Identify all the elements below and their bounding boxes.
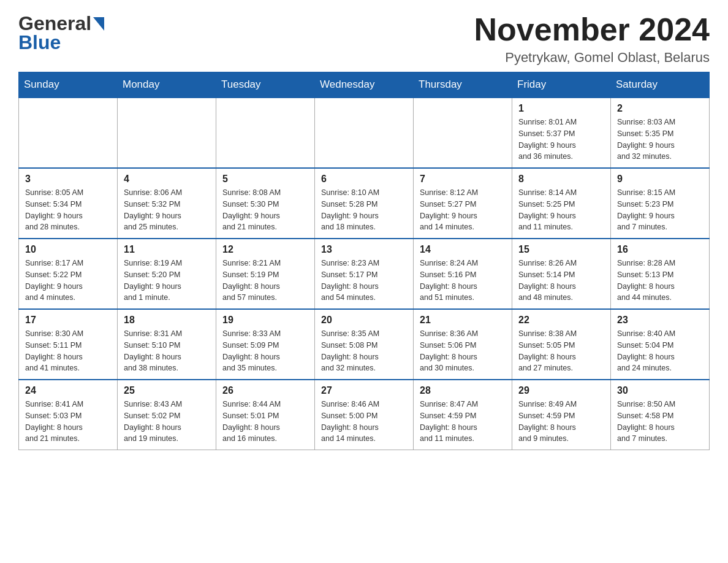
header: General Blue November 2024 Pyetrykaw, Go… bbox=[18, 12, 710, 66]
day-cell: 21Sunrise: 8:36 AMSunset: 5:06 PMDayligh… bbox=[414, 309, 512, 380]
day-number: 16 bbox=[617, 244, 703, 255]
day-cell: 9Sunrise: 8:15 AMSunset: 5:23 PMDaylight… bbox=[611, 168, 710, 239]
day-cell: 6Sunrise: 8:10 AMSunset: 5:28 PMDaylight… bbox=[315, 168, 414, 239]
logo-arrow-icon bbox=[93, 17, 104, 33]
day-info: Sunrise: 8:40 AMSunset: 5:04 PMDaylight:… bbox=[617, 328, 703, 374]
week-row-1: 1Sunrise: 8:01 AMSunset: 5:37 PMDaylight… bbox=[19, 98, 710, 168]
location-title: Pyetrykaw, Gomel Oblast, Belarus bbox=[474, 50, 710, 66]
day-cell: 18Sunrise: 8:31 AMSunset: 5:10 PMDayligh… bbox=[118, 309, 216, 380]
day-info: Sunrise: 8:26 AMSunset: 5:14 PMDaylight:… bbox=[518, 258, 604, 304]
day-info: Sunrise: 8:17 AMSunset: 5:22 PMDaylight:… bbox=[25, 258, 111, 304]
day-info: Sunrise: 8:47 AMSunset: 4:59 PMDaylight:… bbox=[420, 399, 506, 445]
day-number: 22 bbox=[518, 315, 604, 326]
week-row-4: 17Sunrise: 8:30 AMSunset: 5:11 PMDayligh… bbox=[19, 309, 710, 380]
day-number: 19 bbox=[222, 315, 308, 326]
day-number: 4 bbox=[124, 174, 210, 185]
day-number: 25 bbox=[124, 385, 210, 396]
day-info: Sunrise: 8:23 AMSunset: 5:17 PMDaylight:… bbox=[321, 258, 407, 304]
day-info: Sunrise: 8:15 AMSunset: 5:23 PMDaylight:… bbox=[617, 187, 703, 233]
day-info: Sunrise: 8:21 AMSunset: 5:19 PMDaylight:… bbox=[222, 258, 308, 304]
day-info: Sunrise: 8:24 AMSunset: 5:16 PMDaylight:… bbox=[420, 258, 506, 304]
day-cell bbox=[216, 98, 315, 168]
day-info: Sunrise: 8:06 AMSunset: 5:32 PMDaylight:… bbox=[124, 187, 210, 233]
day-cell: 23Sunrise: 8:40 AMSunset: 5:04 PMDayligh… bbox=[611, 309, 710, 380]
day-number: 2 bbox=[617, 103, 703, 114]
day-cell bbox=[315, 98, 414, 168]
weekday-header-friday: Friday bbox=[512, 72, 611, 98]
day-cell: 5Sunrise: 8:08 AMSunset: 5:30 PMDaylight… bbox=[216, 168, 315, 239]
day-number: 5 bbox=[222, 174, 308, 185]
day-cell: 28Sunrise: 8:47 AMSunset: 4:59 PMDayligh… bbox=[414, 380, 512, 450]
day-cell: 1Sunrise: 8:01 AMSunset: 5:37 PMDaylight… bbox=[512, 98, 611, 168]
day-number: 8 bbox=[518, 174, 604, 185]
day-number: 14 bbox=[420, 244, 506, 255]
day-number: 30 bbox=[617, 385, 703, 396]
day-info: Sunrise: 8:31 AMSunset: 5:10 PMDaylight:… bbox=[124, 328, 210, 374]
day-number: 24 bbox=[25, 385, 111, 396]
day-number: 28 bbox=[420, 385, 506, 396]
day-info: Sunrise: 8:10 AMSunset: 5:28 PMDaylight:… bbox=[321, 187, 407, 233]
day-info: Sunrise: 8:08 AMSunset: 5:30 PMDaylight:… bbox=[222, 187, 308, 233]
day-number: 12 bbox=[222, 244, 308, 255]
day-cell: 27Sunrise: 8:46 AMSunset: 5:00 PMDayligh… bbox=[315, 380, 414, 450]
day-info: Sunrise: 8:49 AMSunset: 4:59 PMDaylight:… bbox=[518, 399, 604, 445]
day-info: Sunrise: 8:36 AMSunset: 5:06 PMDaylight:… bbox=[420, 328, 506, 374]
day-number: 1 bbox=[518, 103, 604, 114]
day-cell: 30Sunrise: 8:50 AMSunset: 4:58 PMDayligh… bbox=[611, 380, 710, 450]
logo-blue-text: Blue bbox=[18, 31, 61, 54]
weekday-header-saturday: Saturday bbox=[611, 72, 710, 98]
day-info: Sunrise: 8:05 AMSunset: 5:34 PMDaylight:… bbox=[25, 187, 111, 233]
weekday-header-sunday: Sunday bbox=[19, 72, 118, 98]
day-number: 9 bbox=[617, 174, 703, 185]
day-cell: 24Sunrise: 8:41 AMSunset: 5:03 PMDayligh… bbox=[19, 380, 118, 450]
weekday-header-row: SundayMondayTuesdayWednesdayThursdayFrid… bbox=[19, 72, 710, 98]
week-row-2: 3Sunrise: 8:05 AMSunset: 5:34 PMDaylight… bbox=[19, 168, 710, 239]
day-cell bbox=[414, 98, 512, 168]
day-number: 15 bbox=[518, 244, 604, 255]
day-info: Sunrise: 8:43 AMSunset: 5:02 PMDaylight:… bbox=[124, 399, 210, 445]
day-info: Sunrise: 8:50 AMSunset: 4:58 PMDaylight:… bbox=[617, 399, 703, 445]
day-number: 27 bbox=[321, 385, 407, 396]
day-cell: 25Sunrise: 8:43 AMSunset: 5:02 PMDayligh… bbox=[118, 380, 216, 450]
day-cell: 2Sunrise: 8:03 AMSunset: 5:35 PMDaylight… bbox=[611, 98, 710, 168]
day-info: Sunrise: 8:33 AMSunset: 5:09 PMDaylight:… bbox=[222, 328, 308, 374]
day-info: Sunrise: 8:46 AMSunset: 5:00 PMDaylight:… bbox=[321, 399, 407, 445]
day-number: 6 bbox=[321, 174, 407, 185]
day-info: Sunrise: 8:14 AMSunset: 5:25 PMDaylight:… bbox=[518, 187, 604, 233]
day-cell: 22Sunrise: 8:38 AMSunset: 5:05 PMDayligh… bbox=[512, 309, 611, 380]
day-cell bbox=[19, 98, 118, 168]
day-number: 3 bbox=[25, 174, 111, 185]
day-cell: 26Sunrise: 8:44 AMSunset: 5:01 PMDayligh… bbox=[216, 380, 315, 450]
title-area: November 2024 Pyetrykaw, Gomel Oblast, B… bbox=[474, 12, 710, 66]
day-cell: 8Sunrise: 8:14 AMSunset: 5:25 PMDaylight… bbox=[512, 168, 611, 239]
day-info: Sunrise: 8:41 AMSunset: 5:03 PMDaylight:… bbox=[25, 399, 111, 445]
day-info: Sunrise: 8:12 AMSunset: 5:27 PMDaylight:… bbox=[420, 187, 506, 233]
day-number: 17 bbox=[25, 315, 111, 326]
day-number: 13 bbox=[321, 244, 407, 255]
day-cell: 7Sunrise: 8:12 AMSunset: 5:27 PMDaylight… bbox=[414, 168, 512, 239]
day-info: Sunrise: 8:19 AMSunset: 5:20 PMDaylight:… bbox=[124, 258, 210, 304]
day-number: 26 bbox=[222, 385, 308, 396]
svg-marker-0 bbox=[93, 17, 104, 31]
calendar: SundayMondayTuesdayWednesdayThursdayFrid… bbox=[18, 72, 710, 450]
day-info: Sunrise: 8:03 AMSunset: 5:35 PMDaylight:… bbox=[617, 117, 703, 163]
week-row-5: 24Sunrise: 8:41 AMSunset: 5:03 PMDayligh… bbox=[19, 380, 710, 450]
day-number: 11 bbox=[124, 244, 210, 255]
week-row-3: 10Sunrise: 8:17 AMSunset: 5:22 PMDayligh… bbox=[19, 239, 710, 309]
day-info: Sunrise: 8:28 AMSunset: 5:13 PMDaylight:… bbox=[617, 258, 703, 304]
weekday-header-wednesday: Wednesday bbox=[315, 72, 414, 98]
logo: General Blue bbox=[18, 12, 104, 54]
day-info: Sunrise: 8:01 AMSunset: 5:37 PMDaylight:… bbox=[518, 117, 604, 163]
day-cell: 14Sunrise: 8:24 AMSunset: 5:16 PMDayligh… bbox=[414, 239, 512, 309]
day-cell: 12Sunrise: 8:21 AMSunset: 5:19 PMDayligh… bbox=[216, 239, 315, 309]
day-cell: 29Sunrise: 8:49 AMSunset: 4:59 PMDayligh… bbox=[512, 380, 611, 450]
day-number: 18 bbox=[124, 315, 210, 326]
day-cell: 11Sunrise: 8:19 AMSunset: 5:20 PMDayligh… bbox=[118, 239, 216, 309]
day-cell: 3Sunrise: 8:05 AMSunset: 5:34 PMDaylight… bbox=[19, 168, 118, 239]
weekday-header-tuesday: Tuesday bbox=[216, 72, 315, 98]
day-cell bbox=[118, 98, 216, 168]
day-cell: 10Sunrise: 8:17 AMSunset: 5:22 PMDayligh… bbox=[19, 239, 118, 309]
day-info: Sunrise: 8:44 AMSunset: 5:01 PMDaylight:… bbox=[222, 399, 308, 445]
month-title: November 2024 bbox=[474, 12, 710, 47]
day-number: 21 bbox=[420, 315, 506, 326]
